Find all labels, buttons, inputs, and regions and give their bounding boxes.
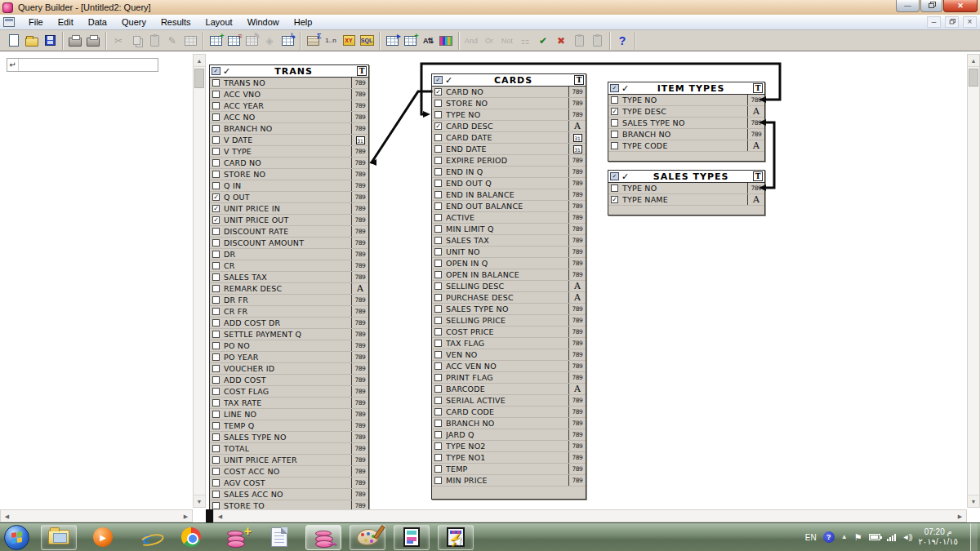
field-checkbox[interactable]: [434, 431, 442, 438]
field-checkbox[interactable]: [212, 159, 220, 167]
sql-view-button[interactable]: SQL: [358, 33, 376, 49]
mdi-child-icon[interactable]: [3, 17, 15, 27]
field-checkbox[interactable]: [434, 168, 442, 176]
field-checkbox[interactable]: [611, 142, 618, 149]
taskbar-item-forms-runtime[interactable]: ⚡: [438, 525, 474, 550]
save-query-button[interactable]: [41, 33, 59, 49]
field-checkbox[interactable]: ✓: [434, 88, 442, 96]
menu-results[interactable]: Results: [154, 16, 198, 29]
volume-icon[interactable]: ◄)): [902, 534, 912, 541]
field-checkbox[interactable]: [434, 340, 442, 347]
menu-layout[interactable]: Layout: [198, 16, 240, 29]
select-all-icon[interactable]: ✓: [434, 76, 443, 84]
start-button[interactable]: [4, 525, 29, 550]
field-checkbox[interactable]: [212, 365, 220, 372]
field-checkbox[interactable]: [434, 454, 442, 461]
field-checkbox[interactable]: [611, 96, 618, 104]
field-checkbox[interactable]: [434, 317, 442, 324]
open-query-button[interactable]: [23, 33, 41, 49]
show-desktop-button[interactable]: [970, 523, 978, 551]
add-table-button[interactable]: +: [207, 33, 225, 49]
scroll-up-arrow[interactable]: ▲: [968, 55, 979, 67]
field-checkbox[interactable]: [212, 125, 220, 132]
table-text-button[interactable]: T: [753, 83, 763, 93]
field-checkbox[interactable]: ✓: [611, 196, 618, 203]
list-tables-button[interactable]: ≡: [225, 33, 243, 49]
field-checkbox[interactable]: [212, 502, 220, 509]
taskbar-item-report-builder[interactable]: [394, 525, 430, 550]
field-checkbox[interactable]: [212, 273, 220, 281]
scroll-left-arrow[interactable]: ◀: [214, 510, 226, 522]
field-checkbox[interactable]: [434, 408, 442, 415]
field-checkbox[interactable]: [434, 180, 442, 187]
field-checkbox[interactable]: [212, 285, 220, 292]
field-checkbox[interactable]: [212, 456, 220, 464]
column-colors-button[interactable]: [437, 33, 455, 49]
accept-button[interactable]: ✔: [534, 33, 552, 49]
field-checkbox[interactable]: [212, 171, 220, 178]
field-checkbox[interactable]: [434, 477, 442, 484]
taskbar-item-query-builder[interactable]: →: [305, 525, 341, 550]
field-checkbox[interactable]: [212, 353, 220, 361]
field-checkbox[interactable]: [434, 248, 442, 256]
field-checkbox[interactable]: [212, 479, 220, 487]
language-indicator[interactable]: EN: [805, 533, 817, 542]
field-checkbox[interactable]: [434, 305, 442, 313]
field-checkbox[interactable]: [434, 374, 442, 381]
field-checkbox[interactable]: [212, 491, 220, 498]
clock[interactable]: 07:20 م ٢٠١٩/٠١/١٥: [918, 527, 958, 547]
field-checkbox[interactable]: [434, 111, 442, 118]
mdi-minimize-button[interactable]: –: [927, 16, 941, 28]
field-checkbox[interactable]: [434, 442, 442, 450]
field-checkbox[interactable]: [212, 239, 220, 247]
sort-button[interactable]: A⇅: [419, 33, 437, 49]
field-checkbox[interactable]: [434, 420, 442, 427]
close-button[interactable]: ✕: [943, 0, 978, 12]
taskbar-item-media-player[interactable]: ▶: [85, 525, 121, 550]
table-text-button[interactable]: T: [753, 171, 763, 181]
mdi-close-button[interactable]: ×: [963, 16, 977, 28]
taskbar-item-database-admin[interactable]: +: [217, 525, 253, 550]
field-checkbox[interactable]: [212, 388, 220, 395]
canvas-vertical-scrollbar[interactable]: ▲ ▼: [967, 54, 980, 508]
field-checkbox[interactable]: [212, 91, 220, 98]
field-checkbox[interactable]: [434, 214, 442, 221]
trans-vertical-scrollbar[interactable]: ▲ ▼: [193, 54, 206, 508]
field-checkbox[interactable]: ✓: [212, 216, 220, 224]
scroll-thumb[interactable]: [969, 69, 978, 87]
field-checkbox[interactable]: [434, 362, 442, 370]
field-checkbox[interactable]: [434, 237, 442, 244]
tray-overflow-chevron[interactable]: ▲: [841, 534, 848, 540]
field-checkbox[interactable]: [434, 157, 442, 164]
field-checkbox[interactable]: [434, 385, 442, 393]
field-checkbox[interactable]: [434, 397, 442, 404]
field-checkbox[interactable]: [212, 148, 220, 155]
taskbar-item-notepad[interactable]: [261, 525, 297, 550]
field-checkbox[interactable]: [212, 308, 220, 315]
join-tables-button[interactable]: ↳: [278, 33, 296, 49]
field-checkbox[interactable]: [212, 342, 220, 349]
field-checkbox[interactable]: [212, 136, 220, 144]
field-checkbox[interactable]: [212, 319, 220, 327]
help-tray-icon[interactable]: ?: [823, 531, 835, 543]
menu-file[interactable]: File: [21, 16, 51, 29]
field-checkbox[interactable]: [434, 100, 442, 107]
scroll-left-arrow[interactable]: ◀: [1, 510, 13, 522]
menu-query[interactable]: Query: [114, 16, 154, 29]
field-checkbox[interactable]: [212, 296, 220, 304]
table-text-button[interactable]: T: [357, 66, 367, 76]
field-checkbox[interactable]: [434, 271, 442, 278]
scroll-right-arrow[interactable]: ▶: [954, 510, 966, 522]
field-checkbox[interactable]: [434, 191, 442, 198]
select-all-icon[interactable]: ✓: [610, 84, 619, 92]
select-all-icon[interactable]: ✓: [212, 67, 220, 75]
field-checkbox[interactable]: [212, 411, 220, 418]
reject-button[interactable]: ✖: [552, 33, 570, 49]
action-center-flag-icon[interactable]: ⚑: [854, 533, 862, 542]
help-button[interactable]: ?: [613, 33, 631, 49]
network-signal-icon[interactable]: [887, 534, 896, 541]
field-checkbox[interactable]: [212, 376, 220, 384]
menu-help[interactable]: Help: [287, 16, 320, 29]
menu-data[interactable]: Data: [81, 16, 114, 29]
field-checkbox[interactable]: [434, 145, 442, 153]
